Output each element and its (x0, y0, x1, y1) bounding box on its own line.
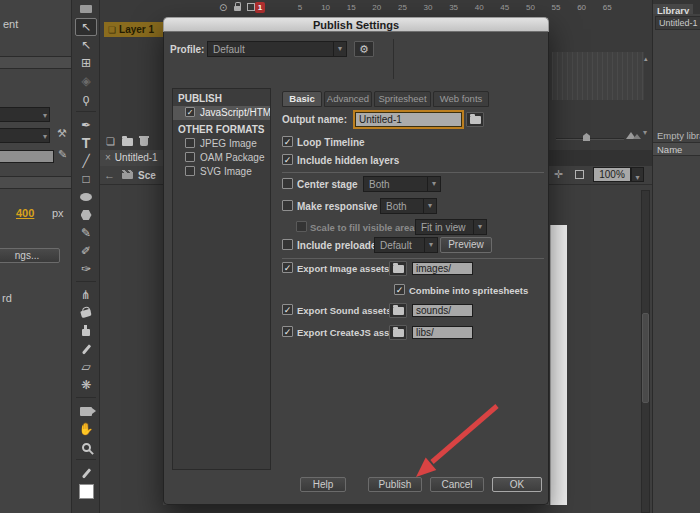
library-document-select[interactable]: Untitled-1 (655, 16, 700, 30)
ok-button[interactable]: OK (492, 477, 542, 492)
properties-text-field[interactable] (0, 150, 54, 163)
make-responsive-checkbox[interactable] (282, 200, 293, 211)
bone-tool-icon: ⋔ (81, 289, 91, 301)
pencil-tool[interactable]: ✎ (75, 224, 97, 242)
deco-tool[interactable]: ❋ (75, 376, 97, 394)
loop-timeline-checkbox[interactable]: ✓ (282, 136, 293, 147)
center-stage-checkbox[interactable] (282, 178, 293, 189)
center-stage-dropdown[interactable]: Both ▾ (363, 176, 441, 192)
panel-collapse-widget[interactable] (80, 5, 92, 13)
stage-height-value[interactable]: 400 (16, 207, 34, 219)
format-item-oam-package[interactable]: OAM Package (173, 151, 270, 165)
export-image-assets-path-field[interactable]: images/ (412, 262, 473, 275)
document-tab[interactable]: ×Untitled-1 (100, 150, 172, 166)
export-image-assets-folder-button[interactable] (389, 261, 407, 276)
fill-color-swatch[interactable] (75, 482, 97, 500)
close-icon[interactable]: × (105, 152, 111, 163)
eraser-tool[interactable]: ▱ (75, 358, 97, 376)
export-sound-assets-checkbox[interactable]: ✓ (282, 304, 293, 315)
clip-to-stage-icon[interactable] (575, 170, 584, 179)
eye-icon[interactable]: ⊙ (219, 2, 227, 13)
export-sound-assets-path-field[interactable]: sounds/ (412, 304, 473, 317)
help-button[interactable]: Help (300, 477, 346, 492)
new-folder-icon[interactable] (122, 138, 133, 146)
scroll-down-icon[interactable]: ▾ (643, 128, 647, 137)
brush-tool[interactable]: ✐ (75, 242, 97, 260)
properties-dropdown-2[interactable]: ▾ (0, 128, 50, 143)
eyedropper-tool[interactable] (75, 340, 97, 358)
scale-to-fill-checkbox[interactable] (296, 221, 307, 232)
stage-scrollbar-thumb[interactable] (642, 313, 649, 403)
profile-dropdown[interactable]: Default ▾ (207, 41, 347, 57)
output-name-input[interactable]: Untitled-1 (355, 112, 462, 127)
scale-to-fill-dropdown[interactable]: Fit in view ▾ (415, 219, 487, 235)
cancel-button[interactable]: Cancel (430, 477, 484, 492)
text-tool[interactable]: T (75, 134, 97, 152)
tab-basic[interactable]: Basic (282, 91, 322, 107)
subselection-tool[interactable]: ↖ (75, 36, 97, 54)
pen-tool-icon: ✒ (81, 119, 91, 131)
paint-bucket-tool[interactable] (75, 304, 97, 322)
back-arrow-icon[interactable]: ← (104, 169, 115, 181)
preview-button[interactable]: Preview (440, 237, 492, 253)
format-checkbox[interactable] (185, 152, 195, 162)
publish-button[interactable]: Publish (368, 477, 422, 492)
gradient-transform-tool[interactable]: ◈ (75, 72, 97, 90)
frame-size-slider[interactable] (556, 138, 624, 140)
profile-options-button[interactable]: ⚙ (354, 41, 374, 57)
preloader-dropdown[interactable]: Default ▾ (374, 237, 438, 253)
stage-zoom-dropdown[interactable]: ▾ (631, 167, 644, 182)
timeline-playhead[interactable]: 1 (255, 2, 265, 13)
output-folder-button[interactable] (466, 112, 484, 127)
properties-dropdown-1[interactable]: ▾ (0, 107, 50, 122)
stage-canvas[interactable] (550, 225, 567, 505)
combine-into-spritesheets-checkbox[interactable]: ✓ (394, 284, 405, 295)
zoom-tool[interactable] (75, 438, 97, 456)
settings-button-partial[interactable]: ngs... (0, 248, 60, 263)
line-tool[interactable]: ╱ (75, 152, 97, 170)
oval-tool[interactable] (75, 188, 97, 206)
tab-web-fonts[interactable]: Web fonts (433, 91, 489, 107)
center-frame-icon[interactable]: ✛ (554, 168, 563, 181)
new-layer-icon[interactable]: ❏ (106, 136, 115, 147)
include-preloader-checkbox[interactable] (282, 239, 293, 250)
lasso-tool[interactable]: ϙ (75, 90, 97, 108)
selection-tool[interactable]: ↖ (75, 18, 97, 36)
polystar-tool[interactable] (75, 206, 97, 224)
format-checkbox[interactable] (185, 138, 195, 148)
pen-tool[interactable]: ✒ (75, 116, 97, 134)
export-createjs-assets-folder-button[interactable] (389, 325, 407, 340)
ink-bottle-tool[interactable] (75, 322, 97, 340)
export-image-assets-checkbox[interactable]: ✓ (282, 262, 293, 273)
hand-tool[interactable]: ✋ (75, 420, 97, 438)
scroll-up-icon[interactable]: ▴ (644, 55, 648, 63)
library-name-column-header[interactable]: Name (653, 142, 700, 156)
delete-layer-icon[interactable] (140, 138, 148, 146)
export-sound-assets-folder-button[interactable] (389, 303, 407, 318)
format-checkbox[interactable]: ✓ (185, 107, 195, 117)
rectangle-tool[interactable]: □ (75, 170, 97, 188)
stage-zoom-value[interactable]: 100% (593, 167, 631, 182)
tab-library[interactable]: Library (653, 4, 693, 14)
camera-tool[interactable] (75, 402, 97, 420)
tab-advanced[interactable]: Advanced (324, 91, 372, 107)
bone-tool[interactable]: ⋔ (75, 286, 97, 304)
edit-pencil-icon[interactable]: ✎ (58, 148, 67, 161)
free-transform-tool[interactable]: ⊞ (75, 54, 97, 72)
include-hidden-layers-checkbox[interactable]: ✓ (282, 154, 293, 165)
format-item-javascript-html[interactable]: ✓JavaScript/HTML (173, 106, 270, 120)
export-createjs-assets-checkbox[interactable]: ✓ (282, 326, 293, 337)
export-createjs-assets-path-field[interactable]: libs/ (412, 326, 473, 339)
wrench-icon[interactable]: ⚒ (57, 127, 67, 140)
dialog-title[interactable]: Publish Settings (163, 17, 549, 32)
paint-brush-tool[interactable]: ✑ (75, 260, 97, 278)
format-item-jpeg-image[interactable]: JPEG Image (173, 137, 270, 151)
format-checkbox[interactable] (185, 166, 195, 176)
outline-box-icon[interactable] (247, 3, 255, 11)
format-item-svg-image[interactable]: SVG Image (173, 165, 270, 179)
lock-icon[interactable] (234, 6, 241, 11)
color-eyedropper[interactable] (75, 464, 97, 482)
make-responsive-dropdown[interactable]: Both ▾ (380, 198, 437, 214)
timeline-layer-row[interactable]: ❏Layer 1 (104, 22, 163, 37)
tab-spritesheet[interactable]: Spritesheet (374, 91, 431, 107)
